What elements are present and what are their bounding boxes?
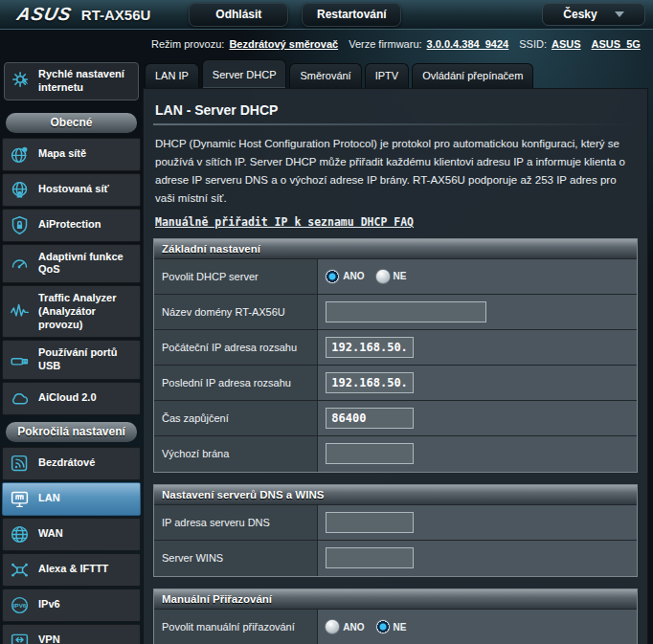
ipv6-icon: IPV6 <box>8 595 31 615</box>
dns-wins-header: Nastavení serverů DNS a WINS <box>154 485 637 505</box>
language-dropdown[interactable]: Česky <box>542 3 645 26</box>
page-description: DHCP (Dynamic Host Configuration Protoco… <box>155 135 636 208</box>
sidebar-item-label: Alexa & IFTTT <box>38 563 108 576</box>
tab-bar: LAN IP Server DHCP Směrování IPTV Ovládá… <box>143 58 648 88</box>
guest-network-icon <box>8 180 31 200</box>
sidebar-item-label: AiProtection <box>38 218 101 232</box>
sidebar-item-qos[interactable]: Adaptivní funkce QoS <box>2 244 141 284</box>
sidebar-item-label: Bezdrátové <box>38 456 95 470</box>
vpn-icon <box>8 631 31 644</box>
sidebar-item-alexa-ifttt[interactable]: Alexa & IFTTT <box>2 553 141 587</box>
firmware-link[interactable]: 3.0.0.4.384_9424 <box>427 38 509 50</box>
radio-checked-icon <box>376 620 390 633</box>
asus-logo: ASUS <box>15 4 74 25</box>
radio-icon <box>326 620 339 633</box>
sidebar-item-label: Adaptivní funkce QoS <box>38 251 135 278</box>
sidebar-item-traffic-analyzer[interactable]: Traffic Analyzer (Analyzátor provozu) <box>2 285 141 338</box>
table-row: Povolit DHCP server ANO NE <box>154 259 637 295</box>
sidebar-item-quick-setup[interactable]: Rychlé nastavení internetu <box>4 62 139 100</box>
manual-enable-no-radio[interactable]: NE <box>376 620 407 633</box>
reboot-button[interactable]: Restartování <box>302 3 401 27</box>
tab-lan-ip[interactable]: LAN IP <box>145 63 199 88</box>
table-row: Název domény RT-AX56U <box>154 295 637 330</box>
radio-label: ANO <box>343 271 364 281</box>
table-row: Povolit manuální přiřazování ANO NE <box>154 610 637 644</box>
usb-drive-icon <box>8 350 31 370</box>
top-banner: ASUS RT-AX56U Odhlásit Restartování Česk… <box>0 0 653 30</box>
sidebar-item-vpn[interactable]: VPN <box>2 624 141 644</box>
waveform-icon <box>8 301 31 322</box>
table-row: Čas zapůjčení <box>154 401 637 436</box>
quick-setup-label: Rychlé nastavení internetu <box>38 68 132 95</box>
sidebar-item-label: LAN <box>38 492 60 505</box>
page-title: LAN - Server DHCP <box>155 102 638 118</box>
sidebar-item-label: Traffic Analyzer (Analyzátor provozu) <box>38 292 135 331</box>
sidebar-section-general: Obecné <box>6 113 137 133</box>
default-gateway-input[interactable] <box>326 443 414 464</box>
tab-switch-control[interactable]: Ovládání přepínačem <box>412 63 533 88</box>
sidebar-item-label: Hostovaná síť <box>38 183 109 196</box>
sidebar-item-label: VPN <box>38 633 60 644</box>
tab-route[interactable]: Směrování <box>289 63 361 88</box>
sidebar-item-aicloud[interactable]: AiCloud 2.0 <box>2 382 141 415</box>
wins-server-input[interactable] <box>326 547 414 568</box>
sidebar-item-usb-apps[interactable]: Používání portů USB <box>2 340 141 380</box>
radio-label: NE <box>394 622 407 633</box>
mode-link[interactable]: Bezdrátový směrovač <box>229 38 338 50</box>
ssid-24g-link[interactable]: ASUS <box>552 38 581 50</box>
dhcp-enable-yes-radio[interactable]: ANO <box>326 270 364 283</box>
router-model: RT-AX56U <box>81 7 151 23</box>
dhcp-enable-no-radio[interactable]: NE <box>376 270 407 283</box>
table-row: Poslední IP adresa rozsahu <box>154 366 637 401</box>
sidebar-item-label: Používání portů USB <box>38 346 135 373</box>
table-row: Server WINS <box>154 541 637 576</box>
ssid-5g-link[interactable]: ASUS_5G <box>592 38 641 50</box>
sidebar-item-label: Mapa sítě <box>38 147 86 161</box>
quick-setup-gear-icon <box>11 69 32 94</box>
sidebar-item-lan[interactable]: LAN <box>2 482 141 516</box>
dns-server-input[interactable] <box>326 512 414 533</box>
status-bar: Režim provozu: Bezdrátový směrovač Verze… <box>0 30 653 58</box>
table-row: Počáteční IP adresa rozsahu <box>154 330 637 366</box>
table-row: IP adresa serveru DNS <box>154 505 637 541</box>
sidebar-item-network-map[interactable]: Mapa sítě <box>2 138 141 171</box>
radio-checked-icon <box>326 270 339 283</box>
domain-name-input[interactable] <box>326 301 486 322</box>
wireless-icon <box>8 454 31 474</box>
firmware-label: Verze firmwaru: <box>349 38 421 50</box>
sidebar-item-wireless[interactable]: Bezdrátové <box>2 447 141 480</box>
sidebar-item-aiprotection[interactable]: AiProtection <box>2 209 141 242</box>
dhcp-enable-label: Povolit DHCP server <box>154 259 318 294</box>
language-label: Česky <box>563 8 597 21</box>
cloud-icon <box>8 389 31 409</box>
manual-assignment-header: Manuální Přiřazování <box>154 589 637 610</box>
manual-enable-yes-radio[interactable]: ANO <box>326 620 364 633</box>
table-row: Výchozí brána <box>154 436 637 472</box>
wins-server-label: Server WINS <box>154 541 318 576</box>
title-divider <box>153 123 638 125</box>
logout-button[interactable]: Odhlásit <box>189 3 288 27</box>
radio-label: ANO <box>343 622 364 633</box>
basic-settings-table: Základní nastavení Povolit DHCP server A… <box>153 238 638 473</box>
sidebar-item-guest-network[interactable]: Hostovaná síť <box>2 173 141 207</box>
lease-time-input[interactable] <box>326 408 414 429</box>
ssid-label: SSID: <box>519 38 547 50</box>
dns-server-label: IP adresa serveru DNS <box>154 505 318 540</box>
default-gateway-label: Výchozí brána <box>154 436 318 472</box>
tab-dhcp-server[interactable]: Server DHCP <box>202 59 287 88</box>
dns-wins-table: Nastavení serverů DNS a WINS IP adresa s… <box>153 484 638 577</box>
chevron-down-icon <box>615 11 624 17</box>
ip-pool-end-input[interactable] <box>326 372 414 393</box>
manual-enable-label: Povolit manuální přiřazování <box>154 610 318 644</box>
radio-icon <box>376 270 390 283</box>
sidebar-item-label: AiCloud 2.0 <box>38 391 97 405</box>
basic-settings-header: Základní nastavení <box>154 239 637 259</box>
sidebar-item-ipv6[interactable]: IPV6 IPv6 <box>2 588 141 622</box>
lease-time-label: Čas zapůjčení <box>154 401 318 435</box>
mode-label: Režim provozu: <box>151 38 224 50</box>
dhcp-faq-link[interactable]: Manuálně přiřadit IP k seznamu DHCP FAQ <box>155 215 414 229</box>
sidebar-item-wan[interactable]: WAN <box>2 518 141 551</box>
domain-name-label: Název domény RT-AX56U <box>154 295 318 329</box>
tab-iptv[interactable]: IPTV <box>365 63 409 88</box>
ip-pool-start-input[interactable] <box>326 337 414 358</box>
